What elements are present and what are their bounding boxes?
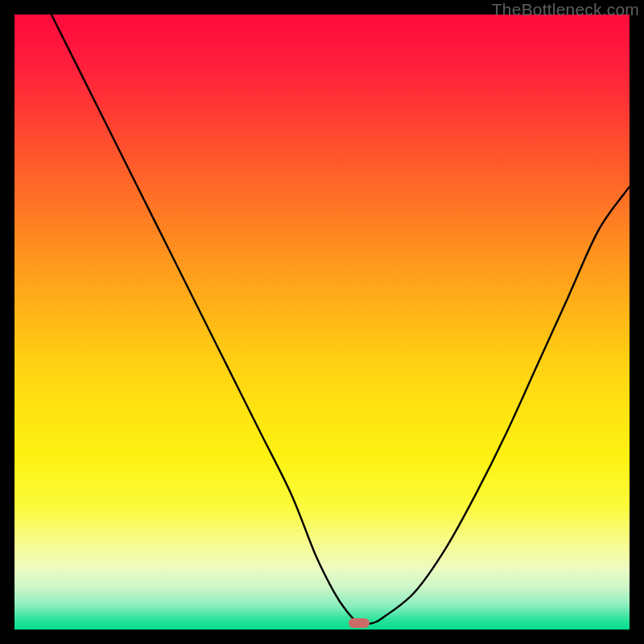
chart-frame: TheBottleneck.com [0,0,644,644]
watermark-text: TheBottleneck.com [492,0,639,19]
plot-area [14,14,630,630]
optimal-marker [349,618,369,628]
bottleneck-curve [14,14,630,630]
